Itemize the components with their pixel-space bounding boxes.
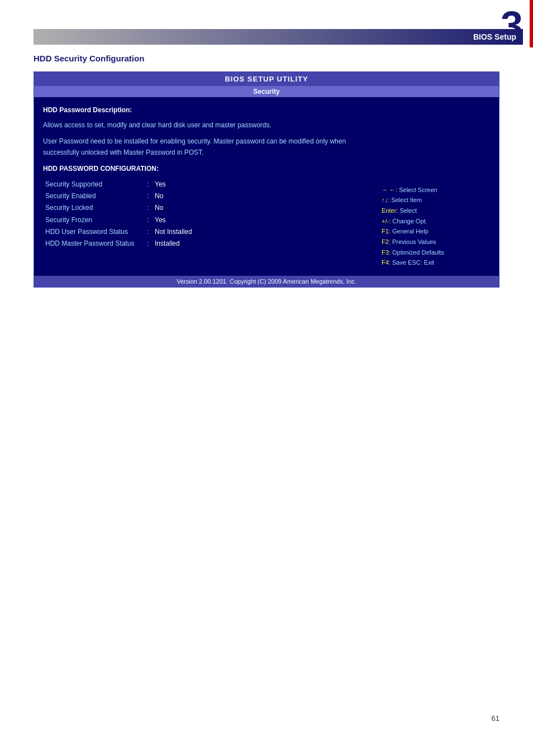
desc-text-2: User Password need to be installed for e… bbox=[43, 136, 367, 157]
help-key-label: ↑↓: bbox=[382, 197, 391, 203]
config-label: Security Frozen bbox=[43, 214, 144, 226]
help-item: F4: Save ESC: Exit bbox=[382, 257, 493, 268]
bios-utility-box: BIOS SETUP UTILITY Security HDD Password… bbox=[34, 71, 499, 288]
config-row: Security Enabled:No bbox=[43, 190, 367, 202]
help-key-desc: Optimized Defaults bbox=[392, 249, 444, 256]
config-value: No bbox=[153, 190, 367, 202]
config-colon: : bbox=[144, 226, 153, 238]
config-label: Security Supported bbox=[43, 179, 144, 190]
help-key-desc: Select Screen bbox=[399, 186, 437, 193]
help-key-label: F4: bbox=[382, 259, 392, 266]
config-colon: : bbox=[144, 238, 153, 250]
help-key-desc: Change Opt. bbox=[392, 218, 427, 224]
help-key-label: F2: bbox=[382, 238, 392, 245]
config-label: Security Enabled bbox=[43, 190, 144, 202]
help-item: F3: Optimized Defaults bbox=[382, 247, 493, 258]
config-colon: : bbox=[144, 179, 153, 190]
config-title: HDD PASSWORD CONFIGURATION: bbox=[43, 164, 367, 174]
config-label: Security Locked bbox=[43, 202, 144, 214]
help-key-label: Enter: bbox=[382, 207, 399, 214]
config-row: Security Frozen:Yes bbox=[43, 214, 367, 226]
help-key-desc: Select bbox=[399, 207, 417, 214]
config-value: Yes bbox=[153, 214, 367, 226]
config-row: HDD Master Password Status:Installed bbox=[43, 238, 367, 250]
accent-line bbox=[530, 0, 533, 47]
config-label: HDD User Password Status bbox=[43, 226, 144, 238]
config-colon: : bbox=[144, 190, 153, 202]
desc-text-1: Allows access to set, modify and clear h… bbox=[43, 120, 367, 131]
desc-title: HDD Password Description: bbox=[43, 105, 367, 116]
help-item: F2: Previous Values bbox=[382, 237, 493, 247]
help-key-label: F1: bbox=[382, 228, 392, 235]
config-value: Not Installed bbox=[153, 226, 367, 238]
bios-left-panel: HDD Password Description: Allows access … bbox=[34, 97, 376, 276]
help-item: F1: General Help bbox=[382, 226, 493, 237]
config-row: Security Supported:Yes bbox=[43, 179, 367, 190]
bios-title-bar: BIOS SETUP UTILITY bbox=[34, 72, 499, 86]
config-label: HDD Master Password Status bbox=[43, 238, 144, 250]
help-key-label: F3: bbox=[382, 249, 392, 256]
help-key-desc: Previous Values bbox=[392, 238, 436, 245]
bios-sub-bar: Security bbox=[34, 86, 499, 97]
bios-content: HDD Password Description: Allows access … bbox=[34, 97, 499, 276]
help-key-desc: General Help bbox=[392, 228, 429, 235]
bios-footer: Version 2.00.1201. Copyright (C) 2009 Am… bbox=[34, 276, 499, 287]
page-number-bottom: 61 bbox=[492, 714, 499, 722]
bios-setup-bar: BIOS Setup bbox=[34, 29, 523, 45]
help-key-desc: Select Item bbox=[391, 197, 422, 203]
config-row: Security Locked:No bbox=[43, 202, 367, 214]
config-row: HDD User Password Status:Not Installed bbox=[43, 226, 367, 238]
help-key-label: → ←: bbox=[382, 186, 399, 193]
help-item: +/-: Change Opt. bbox=[382, 216, 493, 227]
config-value: Yes bbox=[153, 179, 367, 190]
config-value: Installed bbox=[153, 238, 367, 250]
bios-setup-label: BIOS Setup bbox=[473, 32, 516, 41]
config-value: No bbox=[153, 202, 367, 214]
help-item: Enter: Select bbox=[382, 205, 493, 216]
help-item: ↑↓: Select Item bbox=[382, 195, 493, 205]
help-key-label: +/-: bbox=[382, 218, 392, 224]
config-table: Security Supported:YesSecurity Enabled:N… bbox=[43, 179, 367, 250]
bios-right-panel: → ←: Select Screen↑↓: Select ItemEnter: … bbox=[376, 97, 499, 276]
help-item: → ←: Select Screen bbox=[382, 185, 493, 195]
section-heading: HDD Security Configuration bbox=[34, 54, 144, 63]
config-colon: : bbox=[144, 214, 153, 226]
help-key-desc: Save ESC: Exit bbox=[392, 259, 434, 266]
config-colon: : bbox=[144, 202, 153, 214]
